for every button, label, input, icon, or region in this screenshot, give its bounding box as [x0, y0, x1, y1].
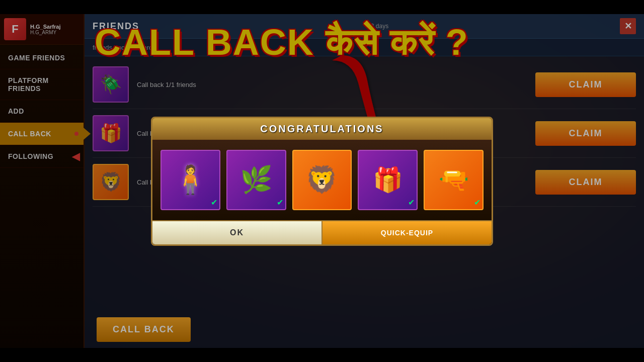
black-bar-top — [0, 0, 644, 14]
check-icon-2: ✔ — [277, 198, 283, 207]
quick-equip-button[interactable]: QUICK-EQUIP — [323, 221, 492, 244]
check-icon-4: ✔ — [408, 198, 415, 207]
check-icon-1: ✔ — [211, 198, 217, 207]
dialog-item-3: 🦁 — [292, 150, 352, 210]
dialog-overlay: CONGRATULATIONS 🧍 ✔ 🌿 ✔ 🦁 🎁 ✔ — [0, 14, 644, 348]
dialog-items: 🧍 ✔ 🌿 ✔ 🦁 🎁 ✔ 🔫 ✔ — [152, 140, 492, 220]
dialog-box: CONGRATULATIONS 🧍 ✔ 🌿 ✔ 🦁 🎁 ✔ — [151, 117, 493, 246]
dialog-title: CONGRATULATIONS — [260, 123, 383, 134]
check-icon-5: ✔ — [474, 198, 480, 207]
dialog-header: CONGRATULATIONS — [152, 118, 492, 140]
dialog-item-5: 🔫 ✔ — [424, 150, 484, 210]
black-bar-bottom — [0, 348, 644, 362]
ok-button[interactable]: OK — [152, 221, 321, 244]
dialog-item-4: 🎁 ✔ — [358, 150, 418, 210]
dialog-item-1: 🧍 ✔ — [160, 150, 220, 210]
dialog-buttons: OK QUICK-EQUIP — [152, 220, 492, 244]
dialog-item-2: 🌿 ✔ — [226, 150, 286, 210]
